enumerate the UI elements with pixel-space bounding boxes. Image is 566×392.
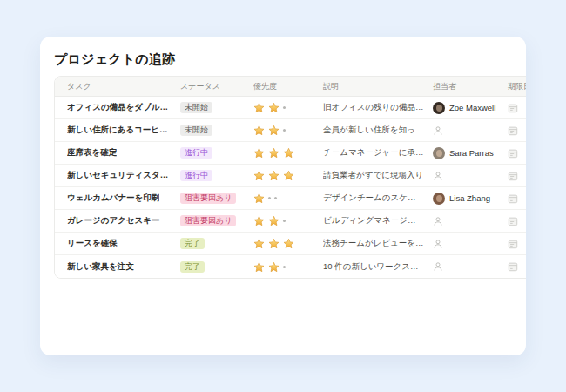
status-badge: 完了	[180, 261, 205, 273]
task-cell[interactable]: ガレージのアクセスキー	[55, 215, 175, 226]
assignee-cell[interactable]: Lisa Zhang	[428, 193, 499, 205]
assignee-cell[interactable]	[428, 239, 499, 249]
description-cell[interactable]: 法務チームがレビューを開始...	[316, 238, 428, 249]
dot-icon	[283, 266, 286, 268]
due-date-cell[interactable]	[499, 216, 526, 226]
column-header-label: タスク	[67, 81, 91, 92]
star-icon	[253, 170, 265, 181]
column-header-task[interactable]: タスク	[55, 81, 175, 92]
priority-cell[interactable]	[246, 147, 316, 159]
priority-stars	[253, 261, 286, 273]
description-text: デザインチームのスケジュー...	[323, 193, 424, 204]
status-cell[interactable]: 完了	[175, 261, 246, 273]
table-row[interactable]: 新しい住所にあるコーヒーベン...未開始全員が新しい住所を知ってい...	[55, 119, 526, 142]
status-cell[interactable]: 阻害要因あり	[175, 193, 246, 204]
description-cell[interactable]: 10 件の新しいワークスペース...	[316, 261, 428, 273]
priority-cell[interactable]	[246, 170, 316, 181]
status-cell[interactable]: 阻害要因あり	[175, 215, 246, 226]
column-header-desc[interactable]: 説明	[316, 81, 428, 92]
table-row[interactable]: 新しいセキュリティスタッフの...進行中請負業者がすでに現場入り	[55, 165, 526, 187]
star-icon	[253, 238, 265, 249]
calendar-icon	[508, 125, 518, 136]
star-icon	[268, 147, 280, 159]
star-icon	[268, 261, 280, 273]
status-cell[interactable]: 進行中	[175, 170, 246, 181]
task-cell[interactable]: ウェルカムバナーを印刷	[55, 193, 175, 204]
status-cell[interactable]: 未開始	[175, 102, 246, 113]
status-cell[interactable]: 完了	[175, 238, 246, 249]
star-icon	[283, 170, 294, 181]
person-icon	[433, 239, 443, 249]
star-icon	[253, 215, 265, 226]
table-row[interactable]: 新しい家具を注文完了10 件の新しいワークスペース...	[55, 255, 526, 278]
dot-icon	[274, 197, 277, 199]
due-date-cell[interactable]	[499, 171, 526, 181]
empty-assignee	[433, 239, 443, 249]
column-header-label: 担当者	[433, 81, 456, 92]
description-text: 旧オフィスの残りの備品を移動	[323, 102, 424, 113]
description-cell[interactable]: チームマネージャーに承認を...	[316, 147, 428, 159]
column-header-label: 優先度	[253, 81, 277, 92]
priority-cell[interactable]	[246, 125, 316, 136]
priority-stars	[253, 238, 294, 249]
due-date-cell[interactable]	[499, 239, 526, 249]
status-cell[interactable]: 進行中	[175, 147, 246, 159]
column-header-due[interactable]: 期限日	[499, 81, 526, 92]
priority-cell[interactable]	[246, 102, 316, 113]
assignee-cell[interactable]: Sara Parras	[428, 147, 499, 159]
task-cell[interactable]: リースを確保	[55, 238, 175, 249]
task-cell[interactable]: 座席表を確定	[55, 147, 175, 159]
description-cell[interactable]: 全員が新しい住所を知ってい...	[316, 125, 428, 136]
assignee-name: Zoe Maxwell	[449, 103, 495, 112]
table-body: オフィスの備品をダブルチェッ...未開始旧オフィスの残りの備品を移動Zoe Ma…	[55, 97, 526, 278]
status-badge: 阻害要因あり	[180, 193, 236, 204]
task-cell[interactable]: オフィスの備品をダブルチェッ...	[55, 102, 175, 113]
description-cell[interactable]: 請負業者がすでに現場入り	[316, 170, 428, 181]
table-row[interactable]: ガレージのアクセスキー阻害要因ありビルディングマネージャーが...	[55, 210, 526, 233]
priority-cell[interactable]	[246, 261, 316, 273]
table-row[interactable]: オフィスの備品をダブルチェッ...未開始旧オフィスの残りの備品を移動Zoe Ma…	[55, 97, 526, 119]
assignee-cell[interactable]	[428, 261, 499, 272]
status-badge: 完了	[180, 238, 205, 249]
description-cell[interactable]: 旧オフィスの残りの備品を移動	[316, 102, 428, 113]
assignee-cell[interactable]: Zoe Maxwell	[428, 102, 499, 114]
due-date-cell[interactable]	[499, 148, 526, 159]
due-date-cell[interactable]	[499, 193, 526, 204]
priority-stars	[253, 125, 286, 136]
avatar	[433, 102, 445, 114]
avatar	[433, 193, 445, 205]
description-cell[interactable]: デザインチームのスケジュー...	[316, 193, 428, 204]
description-text: ビルディングマネージャーが...	[323, 215, 424, 226]
calendar-icon	[508, 216, 518, 226]
table-row[interactable]: 座席表を確定進行中チームマネージャーに承認を...Sara Parras	[55, 142, 526, 165]
column-header-priority[interactable]: 優先度	[246, 81, 316, 92]
task-cell[interactable]: 新しい住所にあるコーヒーベン...	[55, 125, 175, 136]
dot-icon	[283, 129, 286, 132]
due-date-cell[interactable]	[499, 125, 526, 136]
status-badge: 進行中	[180, 170, 212, 181]
priority-stars	[253, 215, 286, 226]
description-cell[interactable]: ビルディングマネージャーが...	[316, 215, 428, 226]
column-header-status[interactable]: ステータス	[175, 81, 246, 92]
status-cell[interactable]: 未開始	[175, 125, 246, 136]
empty-assignee	[433, 171, 443, 181]
description-text: チームマネージャーに承認を...	[323, 147, 424, 159]
task-name: リースを確保	[67, 238, 118, 249]
assignee-cell[interactable]	[428, 216, 499, 226]
assignee-cell[interactable]	[428, 125, 499, 136]
assignee-cell[interactable]	[428, 171, 499, 181]
due-date-cell[interactable]	[499, 103, 526, 113]
due-date-cell[interactable]	[499, 261, 526, 272]
table-row[interactable]: ウェルカムバナーを印刷阻害要因ありデザインチームのスケジュー...Lisa Zh…	[55, 187, 526, 210]
priority-cell[interactable]	[246, 215, 316, 226]
table-row[interactable]: リースを確保完了法務チームがレビューを開始...	[55, 233, 526, 255]
task-cell[interactable]: 新しいセキュリティスタッフの...	[55, 170, 175, 181]
column-header-assignee[interactable]: 担当者	[428, 81, 499, 92]
description-text: 全員が新しい住所を知ってい...	[323, 125, 424, 136]
star-icon	[268, 170, 280, 181]
priority-cell[interactable]	[246, 193, 316, 204]
assignee-name: Lisa Zhang	[449, 193, 490, 203]
star-icon	[253, 102, 265, 113]
task-cell[interactable]: 新しい家具を注文	[55, 261, 175, 273]
priority-cell[interactable]	[246, 238, 316, 249]
